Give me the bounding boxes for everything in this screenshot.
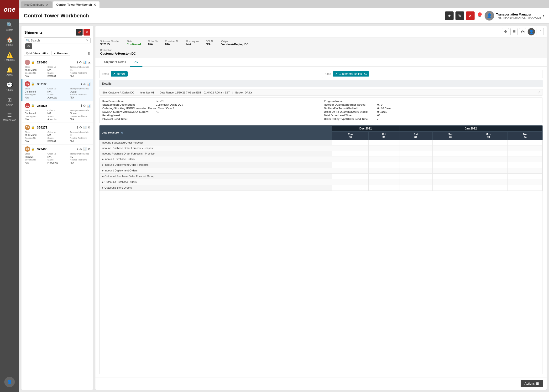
settings-icon-btn[interactable]: ⚙ <box>502 28 509 35</box>
grid-cell[interactable] <box>469 174 507 179</box>
grid-row-header[interactable]: ▶Inbound Purchase Orders <box>100 156 332 162</box>
grid-cell[interactable] <box>432 174 469 179</box>
recycle-icon[interactable]: ♻ <box>83 82 86 86</box>
grid-cell[interactable] <box>399 168 432 174</box>
grid-cell[interactable] <box>399 140 432 146</box>
info-icon[interactable]: ℹ <box>81 82 82 86</box>
grid-cell[interactable] <box>508 162 542 168</box>
recycle-icon[interactable]: ♻ <box>79 147 82 151</box>
sidebar-item-search[interactable]: 🔍 Search <box>0 19 19 34</box>
grid-cell[interactable] <box>399 151 432 156</box>
shipment-item[interactable]: 11 🔒 358836 ℹ ♻ 📊 State Order No <box>21 101 93 123</box>
grid-cell[interactable] <box>332 151 369 156</box>
grid-cell[interactable] <box>369 174 399 179</box>
sidebar-item-chats[interactable]: 💬 Chats <box>0 79 19 94</box>
star-button[interactable]: ★ <box>445 11 454 20</box>
user-circle-btn[interactable]: 👤 <box>528 28 535 35</box>
sort-button[interactable]: ⇅ <box>88 51 91 56</box>
grid-cell[interactable] <box>369 146 399 151</box>
grid-row-header[interactable]: ▶Outbound Store Orders <box>100 185 332 191</box>
grid-cell[interactable] <box>332 140 369 146</box>
grid-cell[interactable] <box>432 168 469 174</box>
grid-cell[interactable] <box>432 151 469 156</box>
sidebar-item-alerts[interactable]: 🔔 Alerts <box>0 64 19 79</box>
grid-cell[interactable] <box>332 168 369 174</box>
user-avatar[interactable]: 👤 <box>4 377 15 387</box>
item-chip[interactable]: ✔ Item01 <box>111 71 128 77</box>
grid-cell[interactable] <box>469 162 507 168</box>
grid-cell[interactable] <box>369 168 399 174</box>
sidebar-item-menus[interactable]: ☰ Menus/Favs <box>0 109 19 124</box>
grid-cell[interactable] <box>432 146 469 151</box>
close-tab-icon[interactable]: ✕ <box>46 3 49 7</box>
grid-cell[interactable] <box>332 162 369 168</box>
cloud-icon[interactable]: ☁ <box>88 61 91 64</box>
grid-cell[interactable] <box>469 156 507 162</box>
favorites-button[interactable]: ★ Favorites <box>51 51 70 56</box>
sidebar-item-problems[interactable]: ⚠️ Problems <box>0 49 19 64</box>
info-icon[interactable]: ℹ <box>77 147 78 151</box>
grid-cell[interactable] <box>432 156 469 162</box>
tab-neo-dashboard[interactable]: Neo Dashboard ✕ <box>21 1 52 8</box>
grid-cell[interactable] <box>369 151 399 156</box>
grid-cell[interactable] <box>469 179 507 185</box>
add-column-icon[interactable]: ⊕ <box>121 131 123 134</box>
recycle-icon[interactable]: ♻ <box>83 104 86 108</box>
grid-cell[interactable] <box>332 156 369 162</box>
site-chip[interactable]: ✔ CustomerA-Dallas DC <box>333 71 369 77</box>
close-tab-icon[interactable]: ✕ <box>93 3 96 7</box>
grid-cell[interactable] <box>369 162 399 168</box>
grid-cell[interactable] <box>432 140 469 146</box>
chart-icon[interactable]: 📊 <box>83 147 87 151</box>
grid-cell[interactable] <box>332 146 369 151</box>
recycle-icon[interactable]: ♻ <box>79 61 82 64</box>
close-button[interactable]: ✕ <box>466 11 475 20</box>
pin-button[interactable]: 📌 <box>76 29 83 35</box>
grid-cell[interactable] <box>369 140 399 146</box>
grid-cell[interactable] <box>399 174 432 179</box>
grid-cell[interactable] <box>469 151 507 156</box>
grid-row-header[interactable]: ▶Outbound Purchase Orders <box>100 179 332 185</box>
grid-cell[interactable] <box>399 185 432 191</box>
search-clear-icon[interactable]: ✕ <box>86 39 88 42</box>
chart-icon[interactable]: 📊 <box>83 126 87 129</box>
grid-cell[interactable] <box>508 179 542 185</box>
grid-row-header[interactable]: ▶Outbound Purchase Order Forecast Group <box>100 174 332 179</box>
items-filter[interactable]: Items ✔ Item01 <box>99 70 320 78</box>
search-input[interactable] <box>31 39 86 42</box>
info-icon[interactable]: ℹ <box>77 61 78 64</box>
grid-cell[interactable] <box>399 162 432 168</box>
grid-cell[interactable] <box>399 146 432 151</box>
list-icon-btn[interactable]: ☰ <box>510 28 518 35</box>
grid-cell[interactable] <box>432 185 469 191</box>
chart-icon[interactable]: 📊 <box>83 61 87 64</box>
grid-row-header[interactable]: ▶Inbound Deployment Order Forecasts <box>100 162 332 168</box>
chart-icon[interactable]: 📊 <box>87 104 91 108</box>
chart-icon[interactable]: 📊 <box>87 82 91 86</box>
grid-switch-icon[interactable]: ⇄ <box>538 91 540 94</box>
grid-cell[interactable] <box>399 156 432 162</box>
shipment-item[interactable]: 20 🔒 372405 ℹ ♻ 📊 ⚙ State Ord <box>21 145 93 166</box>
close-shipments-button[interactable]: ✕ <box>84 29 90 35</box>
sites-filter[interactable]: Sites ✔ CustomerA-Dallas DC <box>322 70 543 78</box>
grid-cell[interactable] <box>508 156 542 162</box>
grid-cell[interactable] <box>508 168 542 174</box>
app-logo[interactable]: one <box>0 0 19 19</box>
tab-piv[interactable]: PIV <box>130 58 143 67</box>
grid-cell[interactable] <box>432 162 469 168</box>
grid-cell[interactable] <box>508 146 542 151</box>
grid-cell[interactable] <box>369 179 399 185</box>
grid-row-header[interactable]: ▶Inbound Deployment Orders <box>100 168 332 174</box>
grid-cell[interactable] <box>469 146 507 151</box>
quick-views-dropdown[interactable]: Quick Views All ▾ <box>24 51 50 56</box>
grid-cell[interactable] <box>469 185 507 191</box>
sidebar-item-switch[interactable]: ⊞ Switch <box>0 94 19 109</box>
grid-cell[interactable] <box>508 151 542 156</box>
gear-icon[interactable]: ⚙ <box>88 126 91 129</box>
grid-cell[interactable] <box>332 179 369 185</box>
grid-cell[interactable] <box>508 185 542 191</box>
user-dropdown-icon[interactable]: ▾ <box>543 14 544 17</box>
info-icon[interactable]: ℹ <box>81 104 82 108</box>
shipment-item[interactable]: 16 🔒 357185 ℹ ♻ 📊 State Order No <box>21 79 93 101</box>
tab-shipment-detail[interactable]: Shipment Detail <box>100 58 130 67</box>
